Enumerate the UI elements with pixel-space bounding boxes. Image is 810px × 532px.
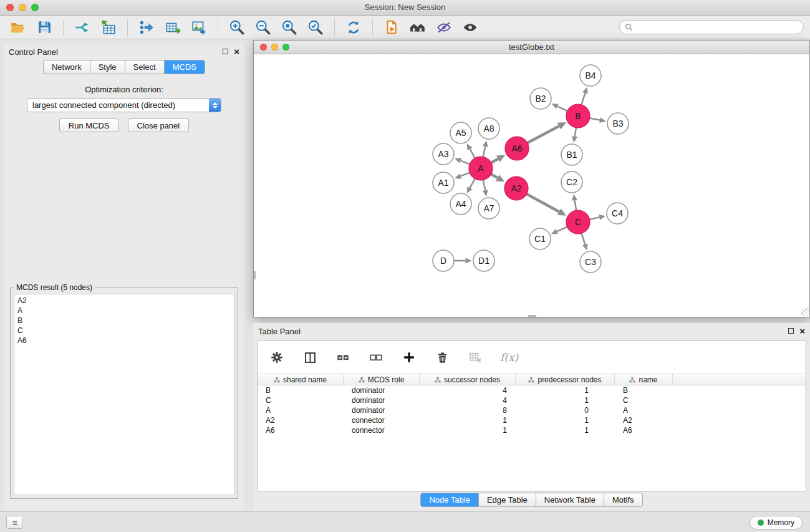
zoom-out-button[interactable] — [253, 17, 273, 37]
tab-network-table[interactable]: Network Table — [536, 493, 604, 506]
table-row[interactable]: Bdominator41B — [258, 385, 806, 395]
table-cell[interactable]: 1 — [420, 426, 516, 435]
export-image-button[interactable] — [189, 17, 209, 37]
destroy-table-button[interactable] — [467, 349, 483, 365]
tab-edge-table[interactable]: Edge Table — [479, 493, 536, 506]
table-cell[interactable]: dominator — [344, 386, 420, 395]
close-window-button[interactable] — [6, 4, 14, 11]
deselect-all-columns-button[interactable] — [368, 349, 384, 365]
run-mcds-button[interactable]: Run MCDS — [59, 118, 119, 132]
import-network-button[interactable] — [72, 17, 92, 37]
close-panel-icon[interactable]: × — [234, 48, 239, 55]
close-network-window-button[interactable] — [260, 44, 267, 51]
table-cell[interactable]: A2 — [258, 416, 344, 425]
table-cell[interactable]: connector — [344, 426, 420, 435]
new-network-from-selection-button[interactable] — [382, 17, 402, 37]
show-all-button[interactable] — [460, 17, 480, 37]
table-cell[interactable]: A2 — [615, 416, 673, 425]
network-graph[interactable]: B4B2BB3A5A8A6A3B1AA1C2A2A4A7C4CC1C3DD1 — [254, 54, 809, 317]
column-header-filler — [673, 374, 806, 385]
mcds-result-list[interactable]: A2ABCA6 — [14, 294, 234, 495]
minimize-window-button[interactable] — [19, 4, 26, 11]
add-row-button[interactable] — [401, 349, 417, 365]
resize-handle[interactable] — [801, 308, 809, 316]
tab-style[interactable]: Style — [90, 60, 125, 74]
table-row[interactable]: Adominator80A — [258, 405, 806, 415]
memory-button[interactable]: Memory — [750, 516, 803, 530]
export-network-button[interactable] — [137, 17, 157, 37]
delete-table-icon — [468, 351, 482, 364]
open-session-button[interactable] — [8, 17, 28, 37]
column-header-label: successor nodes — [444, 375, 500, 384]
column-header-predecessor-nodes[interactable]: predecessor nodes — [516, 374, 615, 385]
column-header-successor-nodes[interactable]: successor nodes — [420, 374, 516, 385]
tab-motifs[interactable]: Motifs — [604, 493, 642, 506]
show-columns-button[interactable] — [302, 349, 318, 365]
mcds-result-item[interactable]: C — [14, 326, 234, 336]
table-cell[interactable]: 8 — [420, 406, 516, 415]
network-window-title: testGlobe.txt — [509, 42, 554, 52]
mcds-result-item[interactable]: B — [14, 316, 234, 326]
refresh-layout-button[interactable] — [344, 17, 364, 37]
search-input[interactable] — [636, 23, 798, 32]
close-panel-button[interactable]: Close panel — [128, 118, 190, 132]
table-cell[interactable]: C — [615, 396, 673, 405]
column-header-MCDS-role[interactable]: MCDS role — [344, 374, 420, 385]
table-cell[interactable]: A — [258, 406, 344, 415]
select-all-columns-button[interactable] — [335, 349, 351, 365]
table-cell[interactable]: B — [258, 386, 344, 395]
optimization-criterion-select[interactable]: largest connected component (directed) — [27, 98, 221, 112]
hide-selected-button[interactable] — [434, 17, 454, 37]
table-cell[interactable]: dominator — [344, 406, 420, 415]
table-cell[interactable]: 1 — [516, 416, 615, 425]
table-cell[interactable]: 1 — [516, 386, 615, 395]
mcds-result-item[interactable]: A6 — [14, 336, 234, 346]
mcds-result-item[interactable]: A — [14, 306, 234, 316]
tab-network[interactable]: Network — [44, 60, 90, 74]
column-header-shared-name[interactable]: shared name — [258, 374, 344, 385]
first-neighbors-button[interactable] — [408, 17, 428, 37]
table-settings-button[interactable] — [269, 349, 285, 365]
vertical-scroll-indicator[interactable] — [254, 271, 256, 279]
table-cell[interactable]: 1 — [420, 416, 516, 425]
graph-node-label: C2 — [566, 177, 577, 187]
horizontal-scroll-indicator[interactable] — [528, 315, 536, 317]
table-cell[interactable]: 4 — [420, 386, 516, 395]
zoom-selected-button[interactable] — [306, 17, 325, 37]
table-cell[interactable]: 0 — [516, 406, 615, 415]
save-session-button[interactable] — [34, 17, 54, 37]
float-table-panel-icon[interactable] — [788, 328, 794, 334]
table-cell[interactable]: 1 — [516, 396, 615, 405]
zoom-in-button[interactable] — [227, 17, 247, 37]
table-cell[interactable]: C — [258, 396, 344, 405]
column-header-name[interactable]: name — [615, 374, 673, 385]
zoom-window-button[interactable] — [31, 4, 39, 11]
import-table-button[interactable] — [99, 17, 118, 37]
minimize-network-window-button[interactable] — [271, 44, 278, 51]
export-table-button[interactable] — [163, 17, 183, 37]
mcds-result-item[interactable]: A2 — [14, 296, 234, 306]
float-panel-icon[interactable] — [223, 49, 228, 54]
table-cell[interactable]: dominator — [344, 396, 420, 405]
tab-select[interactable]: Select — [125, 60, 165, 74]
close-table-panel-icon[interactable]: × — [799, 327, 805, 334]
zoom-network-window-button[interactable] — [282, 44, 289, 51]
tab-node-table[interactable]: Node Table — [421, 493, 479, 506]
function-builder-button[interactable]: f(x) — [500, 351, 518, 364]
panel-list-button[interactable]: ≡ — [6, 516, 23, 529]
table-cell[interactable]: A6 — [258, 426, 344, 435]
table-cell[interactable]: 1 — [516, 426, 615, 435]
delete-row-button[interactable] — [434, 349, 450, 365]
table-header-row: shared nameMCDS rolesuccessor nodesprede… — [258, 374, 806, 385]
network-canvas[interactable]: B4B2BB3A5A8A6A3B1AA1C2A2A4A7C4CC1C3DD1 — [254, 54, 809, 317]
table-cell[interactable]: A6 — [615, 426, 673, 435]
table-cell[interactable]: A — [615, 406, 673, 415]
zoom-fit-button[interactable] — [279, 17, 299, 37]
table-cell[interactable]: 4 — [420, 396, 516, 405]
table-row[interactable]: Cdominator41C — [258, 395, 806, 405]
table-cell[interactable]: connector — [344, 416, 420, 425]
table-cell[interactable]: B — [615, 386, 673, 395]
tab-mcds[interactable]: MCDS — [165, 60, 205, 74]
table-row[interactable]: A6connector11A6 — [258, 425, 806, 435]
table-row[interactable]: A2connector11A2 — [258, 415, 806, 425]
